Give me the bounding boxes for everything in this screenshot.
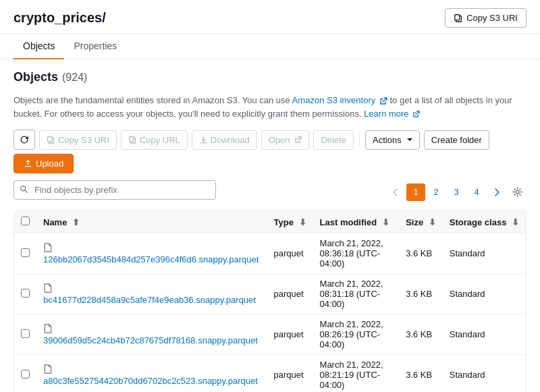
row-checkbox-3[interactable] bbox=[21, 370, 30, 379]
delete-button[interactable]: Delete bbox=[313, 130, 354, 150]
name-column-header[interactable]: Name ⬆ bbox=[36, 211, 267, 233]
row-checkbox-0[interactable] bbox=[21, 248, 30, 257]
header-copy-s3-uri-button[interactable]: Copy S3 URI bbox=[445, 8, 526, 28]
file-link-2[interactable]: 39006d59d5c24cb4b72c87675df78168.snappy.… bbox=[43, 335, 258, 345]
row-type-0: parquet bbox=[267, 233, 313, 274]
copy-icon bbox=[454, 13, 463, 23]
table-row: 39006d59d5c24cb4b72c87675df78168.snappy.… bbox=[14, 314, 526, 355]
row-name-3: a80c3fe552754420b70dd6702bc2c523.snappy.… bbox=[36, 355, 267, 393]
create-folder-button[interactable]: Create folder bbox=[424, 130, 489, 150]
upload-icon bbox=[24, 159, 32, 168]
svg-line-7 bbox=[25, 190, 27, 192]
modified-sort-icon: ⬇ bbox=[382, 217, 389, 227]
chevron-right-icon bbox=[494, 188, 500, 196]
row-checkbox-2[interactable] bbox=[21, 329, 30, 338]
row-checkbox-cell-0 bbox=[14, 233, 36, 274]
file-link-3[interactable]: a80c3fe552754420b70dd6702bc2c523.snappy.… bbox=[43, 376, 258, 386]
pagination-next-button[interactable] bbox=[487, 184, 506, 201]
search-pagination-bar: 1 2 3 4 bbox=[14, 180, 526, 206]
type-column-header[interactable]: Type ⬇ bbox=[267, 211, 313, 233]
row-storage-0: Standard bbox=[443, 233, 526, 274]
row-name-1: bc41677d228d458a9c5afe7f4e9eab36.snappy.… bbox=[36, 274, 267, 314]
pagination-prev-button[interactable] bbox=[386, 184, 405, 201]
file-link-1[interactable]: bc41677d228d458a9c5afe7f4e9eab36.snappy.… bbox=[43, 295, 256, 305]
copy-s3-icon bbox=[47, 136, 55, 144]
row-checkbox-cell-3 bbox=[14, 355, 36, 393]
row-type-3: parquet bbox=[267, 355, 313, 393]
row-size-2: 3.6 KB bbox=[399, 314, 443, 355]
gear-icon bbox=[512, 187, 522, 197]
svg-point-8 bbox=[516, 190, 519, 194]
svg-rect-5 bbox=[130, 136, 134, 141]
objects-table: Name ⬆ Type ⬇ Last modified ⬇ Size ⬇ bbox=[14, 211, 526, 392]
actions-caret-icon bbox=[407, 138, 412, 141]
file-icon-1 bbox=[43, 285, 52, 295]
name-sort-icon: ⬆ bbox=[72, 217, 80, 227]
search-input[interactable] bbox=[14, 180, 216, 200]
row-checkbox-cell-1 bbox=[14, 274, 36, 314]
copy-s3-uri-button[interactable]: Copy S3 URI bbox=[39, 130, 117, 150]
row-modified-3: March 21, 2022, 08:21:19 (UTC-04:00) bbox=[313, 355, 400, 393]
download-button[interactable]: Download bbox=[192, 130, 257, 150]
storage-sort-icon: ⬇ bbox=[512, 217, 519, 227]
row-size-3: 3.6 KB bbox=[399, 355, 443, 393]
inventory-link[interactable]: Amazon S3 inventory bbox=[292, 95, 390, 105]
svg-rect-1 bbox=[455, 14, 460, 20]
tab-objects[interactable]: Objects bbox=[14, 34, 64, 59]
chevron-left-icon bbox=[393, 188, 398, 196]
table-row: a80c3fe552754420b70dd6702bc2c523.snappy.… bbox=[14, 355, 526, 393]
row-checkbox-cell-2 bbox=[14, 314, 36, 355]
file-icon-3 bbox=[43, 366, 52, 376]
row-type-2: parquet bbox=[267, 314, 313, 355]
upload-button[interactable]: Upload bbox=[14, 154, 74, 173]
actions-button[interactable]: Actions bbox=[365, 130, 420, 150]
file-link-0[interactable]: 126bb2067d3545b484d257e396c4f6d6.snappy.… bbox=[43, 254, 259, 264]
refresh-button[interactable] bbox=[14, 130, 35, 150]
pagination-page-1[interactable]: 1 bbox=[406, 184, 425, 201]
page-header: crypto_prices/ Copy S3 URI bbox=[0, 0, 540, 34]
copy-url-icon bbox=[128, 136, 137, 144]
table-row: 126bb2067d3545b484d257e396c4f6d6.snappy.… bbox=[14, 233, 526, 274]
row-checkbox-1[interactable] bbox=[21, 289, 30, 298]
main-content: Objects (924) Objects are the fundamenta… bbox=[0, 59, 540, 392]
page-title: crypto_prices/ bbox=[14, 10, 106, 26]
row-storage-2: Standard bbox=[443, 314, 526, 355]
modified-column-header[interactable]: Last modified ⬇ bbox=[313, 211, 400, 233]
pagination-page-3[interactable]: 3 bbox=[447, 184, 466, 201]
size-column-header[interactable]: Size ⬇ bbox=[399, 211, 443, 233]
row-name-2: 39006d59d5c24cb4b72c87675df78168.snappy.… bbox=[36, 314, 267, 355]
row-storage-1: Standard bbox=[443, 274, 526, 314]
open-external-icon bbox=[294, 136, 302, 144]
select-all-checkbox[interactable] bbox=[21, 217, 30, 225]
search-icon bbox=[20, 185, 28, 196]
file-icon-0 bbox=[43, 244, 52, 254]
row-modified-2: March 21, 2022, 08:26:19 (UTC-04:00) bbox=[313, 314, 400, 355]
table-row: bc41677d228d458a9c5afe7f4e9eab36.snappy.… bbox=[14, 274, 526, 314]
pagination-page-4[interactable]: 4 bbox=[467, 184, 486, 201]
table-header-row: Name ⬆ Type ⬇ Last modified ⬇ Size ⬇ bbox=[14, 211, 526, 233]
table-settings-button[interactable] bbox=[508, 184, 526, 201]
row-name-0: 126bb2067d3545b484d257e396c4f6d6.snappy.… bbox=[36, 233, 267, 274]
row-modified-0: March 21, 2022, 08:36:18 (UTC-04:00) bbox=[313, 233, 400, 274]
search-bar bbox=[14, 180, 216, 200]
size-sort-icon: ⬇ bbox=[429, 217, 436, 227]
external-link-icon bbox=[379, 97, 387, 105]
select-all-header bbox=[14, 211, 36, 233]
refresh-icon bbox=[20, 135, 29, 144]
open-button[interactable]: Open bbox=[261, 130, 310, 150]
tab-properties[interactable]: Properties bbox=[64, 34, 126, 59]
row-storage-3: Standard bbox=[443, 355, 526, 393]
row-type-1: parquet bbox=[267, 274, 313, 314]
download-icon bbox=[199, 136, 208, 144]
section-title: Objects bbox=[14, 70, 58, 84]
toolbar-separator bbox=[359, 132, 360, 148]
section-description: Objects are the fundamental entities sto… bbox=[14, 94, 526, 120]
file-icon-2 bbox=[43, 325, 52, 335]
row-size-0: 3.6 KB bbox=[399, 233, 443, 274]
external-link-icon-2 bbox=[412, 111, 420, 118]
copy-url-button[interactable]: Copy URL bbox=[121, 130, 188, 150]
toolbar: Copy S3 URI Copy URL Download Open Delet… bbox=[14, 130, 526, 173]
learn-more-link[interactable]: Learn more bbox=[364, 109, 420, 119]
pagination-page-2[interactable]: 2 bbox=[427, 184, 446, 201]
storage-column-header[interactable]: Storage class ⬇ bbox=[443, 211, 526, 233]
